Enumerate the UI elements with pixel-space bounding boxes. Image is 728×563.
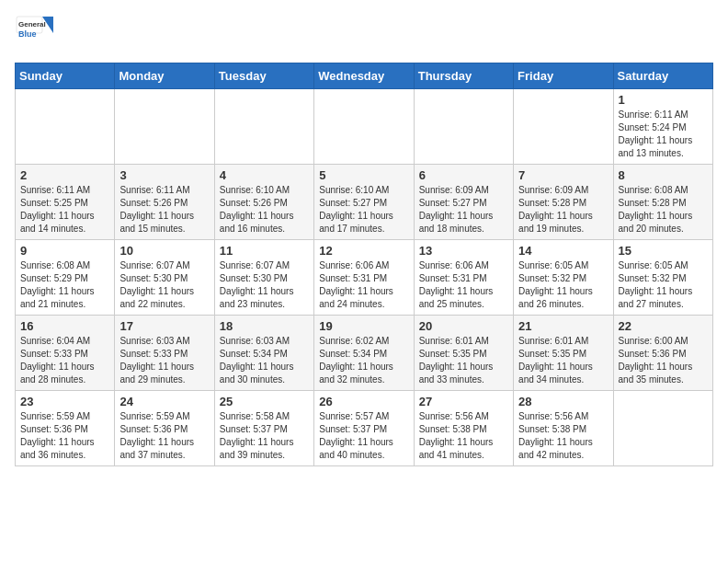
day-info: Sunrise: 6:03 AM Sunset: 5:34 PM Dayligh… bbox=[220, 335, 309, 386]
calendar-cell: 8Sunrise: 6:08 AM Sunset: 5:28 PM Daylig… bbox=[613, 165, 712, 240]
calendar-cell: 7Sunrise: 6:09 AM Sunset: 5:28 PM Daylig… bbox=[514, 165, 613, 240]
day-number: 1 bbox=[619, 93, 708, 107]
calendar-cell: 3Sunrise: 6:11 AM Sunset: 5:26 PM Daylig… bbox=[115, 165, 214, 240]
calendar-cell: 24Sunrise: 5:59 AM Sunset: 5:36 PM Dayli… bbox=[115, 391, 214, 466]
calendar-cell bbox=[314, 89, 414, 165]
calendar-week-row-1: 1Sunrise: 6:11 AM Sunset: 5:24 PM Daylig… bbox=[16, 89, 713, 165]
day-info: Sunrise: 6:11 AM Sunset: 5:24 PM Dayligh… bbox=[619, 109, 708, 160]
calendar-cell bbox=[115, 89, 214, 165]
day-info: Sunrise: 6:08 AM Sunset: 5:28 PM Dayligh… bbox=[619, 184, 708, 236]
calendar-cell: 23Sunrise: 5:59 AM Sunset: 5:36 PM Dayli… bbox=[16, 391, 115, 466]
calendar-cell: 21Sunrise: 6:01 AM Sunset: 5:35 PM Dayli… bbox=[514, 316, 613, 391]
day-info: Sunrise: 5:56 AM Sunset: 5:38 PM Dayligh… bbox=[419, 410, 508, 462]
day-number: 18 bbox=[220, 319, 309, 333]
day-number: 7 bbox=[518, 168, 608, 182]
day-number: 17 bbox=[119, 319, 209, 333]
svg-text:General: General bbox=[18, 20, 46, 29]
day-number: 5 bbox=[319, 168, 408, 182]
calendar-cell: 17Sunrise: 6:03 AM Sunset: 5:33 PM Dayli… bbox=[115, 316, 214, 391]
calendar-cell bbox=[514, 89, 613, 165]
day-info: Sunrise: 5:59 AM Sunset: 5:36 PM Dayligh… bbox=[119, 410, 209, 462]
day-number: 12 bbox=[319, 244, 408, 258]
weekday-header-sunday: Sunday bbox=[16, 63, 115, 89]
calendar-cell: 28Sunrise: 5:56 AM Sunset: 5:38 PM Dayli… bbox=[514, 391, 613, 466]
calendar-cell: 11Sunrise: 6:07 AM Sunset: 5:30 PM Dayli… bbox=[214, 240, 313, 316]
day-number: 3 bbox=[119, 168, 209, 182]
weekday-header-friday: Friday bbox=[514, 63, 613, 89]
weekday-header-wednesday: Wednesday bbox=[314, 63, 414, 89]
calendar-cell bbox=[613, 391, 712, 466]
calendar-cell: 12Sunrise: 6:06 AM Sunset: 5:31 PM Dayli… bbox=[314, 240, 414, 316]
day-info: Sunrise: 6:04 AM Sunset: 5:33 PM Dayligh… bbox=[20, 335, 109, 386]
day-number: 27 bbox=[419, 395, 508, 408]
day-info: Sunrise: 6:01 AM Sunset: 5:35 PM Dayligh… bbox=[419, 335, 508, 386]
day-info: Sunrise: 6:08 AM Sunset: 5:29 PM Dayligh… bbox=[20, 259, 109, 311]
day-number: 11 bbox=[220, 244, 309, 258]
calendar-cell bbox=[16, 89, 115, 165]
page-header: General Blue bbox=[15, 15, 713, 55]
weekday-header-tuesday: Tuesday bbox=[214, 63, 313, 89]
day-info: Sunrise: 6:05 AM Sunset: 5:32 PM Dayligh… bbox=[619, 259, 708, 311]
day-info: Sunrise: 5:57 AM Sunset: 5:37 PM Dayligh… bbox=[319, 410, 408, 462]
day-number: 28 bbox=[518, 395, 608, 408]
weekday-header-row: SundayMondayTuesdayWednesdayThursdayFrid… bbox=[16, 63, 713, 89]
calendar-cell: 20Sunrise: 6:01 AM Sunset: 5:35 PM Dayli… bbox=[414, 316, 513, 391]
day-number: 4 bbox=[220, 168, 309, 182]
calendar-cell: 15Sunrise: 6:05 AM Sunset: 5:32 PM Dayli… bbox=[613, 240, 712, 316]
calendar-cell: 19Sunrise: 6:02 AM Sunset: 5:34 PM Dayli… bbox=[314, 316, 414, 391]
day-number: 24 bbox=[119, 395, 209, 408]
calendar-cell: 27Sunrise: 5:56 AM Sunset: 5:38 PM Dayli… bbox=[414, 391, 513, 466]
day-number: 10 bbox=[119, 244, 209, 258]
day-info: Sunrise: 6:11 AM Sunset: 5:26 PM Dayligh… bbox=[119, 184, 209, 236]
calendar-cell: 25Sunrise: 5:58 AM Sunset: 5:37 PM Dayli… bbox=[214, 391, 313, 466]
day-number: 2 bbox=[20, 168, 109, 182]
calendar-week-row-2: 2Sunrise: 6:11 AM Sunset: 5:25 PM Daylig… bbox=[16, 165, 713, 240]
generalblue-logo-icon: General Blue bbox=[15, 15, 55, 55]
day-number: 19 bbox=[319, 319, 408, 333]
day-info: Sunrise: 6:06 AM Sunset: 5:31 PM Dayligh… bbox=[319, 259, 408, 311]
day-info: Sunrise: 5:58 AM Sunset: 5:37 PM Dayligh… bbox=[220, 410, 309, 462]
day-info: Sunrise: 6:02 AM Sunset: 5:34 PM Dayligh… bbox=[319, 335, 408, 386]
weekday-header-monday: Monday bbox=[115, 63, 214, 89]
day-info: Sunrise: 6:05 AM Sunset: 5:32 PM Dayligh… bbox=[518, 259, 608, 311]
calendar-cell: 10Sunrise: 6:07 AM Sunset: 5:30 PM Dayli… bbox=[115, 240, 214, 316]
day-number: 26 bbox=[319, 395, 408, 408]
day-number: 14 bbox=[518, 244, 608, 258]
calendar-cell: 9Sunrise: 6:08 AM Sunset: 5:29 PM Daylig… bbox=[16, 240, 115, 316]
day-number: 8 bbox=[619, 168, 708, 182]
calendar-cell: 2Sunrise: 6:11 AM Sunset: 5:25 PM Daylig… bbox=[16, 165, 115, 240]
day-number: 22 bbox=[619, 319, 708, 333]
day-info: Sunrise: 6:09 AM Sunset: 5:27 PM Dayligh… bbox=[419, 184, 508, 236]
day-info: Sunrise: 6:01 AM Sunset: 5:35 PM Dayligh… bbox=[518, 335, 608, 386]
calendar-cell: 14Sunrise: 6:05 AM Sunset: 5:32 PM Dayli… bbox=[514, 240, 613, 316]
day-info: Sunrise: 6:03 AM Sunset: 5:33 PM Dayligh… bbox=[119, 335, 209, 386]
calendar-cell: 5Sunrise: 6:10 AM Sunset: 5:27 PM Daylig… bbox=[314, 165, 414, 240]
day-info: Sunrise: 6:11 AM Sunset: 5:25 PM Dayligh… bbox=[20, 184, 109, 236]
day-info: Sunrise: 6:06 AM Sunset: 5:31 PM Dayligh… bbox=[419, 259, 508, 311]
day-info: Sunrise: 6:07 AM Sunset: 5:30 PM Dayligh… bbox=[119, 259, 209, 311]
day-number: 21 bbox=[518, 319, 608, 333]
calendar-week-row-5: 23Sunrise: 5:59 AM Sunset: 5:36 PM Dayli… bbox=[16, 391, 713, 466]
day-info: Sunrise: 6:07 AM Sunset: 5:30 PM Dayligh… bbox=[220, 259, 309, 311]
day-info: Sunrise: 5:56 AM Sunset: 5:38 PM Dayligh… bbox=[518, 410, 608, 462]
day-number: 20 bbox=[419, 319, 508, 333]
day-number: 13 bbox=[419, 244, 508, 258]
calendar-cell bbox=[414, 89, 513, 165]
calendar-cell: 26Sunrise: 5:57 AM Sunset: 5:37 PM Dayli… bbox=[314, 391, 414, 466]
day-info: Sunrise: 6:00 AM Sunset: 5:36 PM Dayligh… bbox=[619, 335, 708, 386]
calendar-cell: 22Sunrise: 6:00 AM Sunset: 5:36 PM Dayli… bbox=[613, 316, 712, 391]
calendar-cell: 16Sunrise: 6:04 AM Sunset: 5:33 PM Dayli… bbox=[16, 316, 115, 391]
day-number: 6 bbox=[419, 168, 508, 182]
day-number: 9 bbox=[20, 244, 109, 258]
calendar-cell: 6Sunrise: 6:09 AM Sunset: 5:27 PM Daylig… bbox=[414, 165, 513, 240]
day-number: 23 bbox=[20, 395, 109, 408]
day-number: 15 bbox=[619, 244, 708, 258]
weekday-header-saturday: Saturday bbox=[613, 63, 712, 89]
weekday-header-thursday: Thursday bbox=[414, 63, 513, 89]
day-info: Sunrise: 6:10 AM Sunset: 5:26 PM Dayligh… bbox=[220, 184, 309, 236]
calendar-cell: 4Sunrise: 6:10 AM Sunset: 5:26 PM Daylig… bbox=[214, 165, 313, 240]
calendar-cell: 13Sunrise: 6:06 AM Sunset: 5:31 PM Dayli… bbox=[414, 240, 513, 316]
day-info: Sunrise: 6:10 AM Sunset: 5:27 PM Dayligh… bbox=[319, 184, 408, 236]
logo: General Blue bbox=[15, 15, 55, 55]
calendar-table: SundayMondayTuesdayWednesdayThursdayFrid… bbox=[15, 63, 713, 466]
